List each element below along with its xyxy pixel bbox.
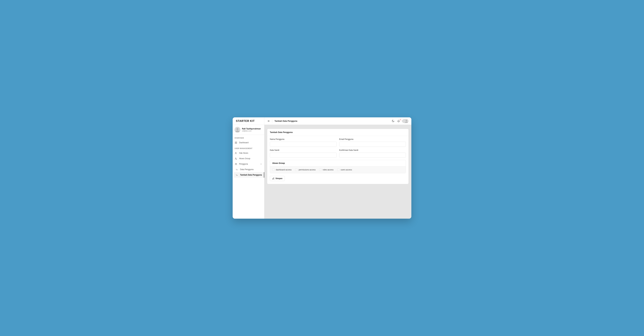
sidebar-item-label: Akses Group <box>239 157 250 160</box>
save-button-label: Simpan <box>276 177 282 179</box>
user-name: Rafi Taufiqurrahman <box>242 128 261 130</box>
pencil-plus-icon <box>272 177 274 179</box>
main-area: Tambah Data Pengguna 5 Tambah Data Pengg… <box>264 117 411 219</box>
form-card: Tambah Data Pengguna Nama Pengguna Email… <box>267 129 408 184</box>
svg-rect-3 <box>236 142 237 142</box>
svg-point-6 <box>235 152 236 153</box>
checkbox-dashboard-access[interactable]: dashboard-access <box>272 169 292 171</box>
checkbox-input[interactable] <box>272 169 274 171</box>
notifications-button[interactable]: 5 <box>397 120 400 123</box>
checkbox-label: permissions-access <box>299 169 316 171</box>
confirm-password-label: Konfirmasi Kata Sandi <box>339 149 406 151</box>
password-label: Kata Sandi <box>270 149 337 151</box>
svg-point-12 <box>406 120 407 121</box>
sidebar-item-data-pengguna[interactable]: Data Pengguna <box>234 167 264 172</box>
sidebar-item-label: Pengguna <box>239 163 248 165</box>
form-group-email: Email Pengguna <box>339 138 406 147</box>
sidebar-item-tambah-data-pengguna[interactable]: Tambah Data Pengguna <box>234 172 264 178</box>
arrow-sub-icon <box>236 174 238 176</box>
user-info: Rafi Taufiqurrahman raf@dev.com <box>242 128 261 132</box>
confirm-password-input[interactable] <box>339 153 406 158</box>
notification-badge: 5 <box>399 119 402 121</box>
menu-toggle-button[interactable] <box>267 120 270 122</box>
password-input[interactable] <box>270 153 337 158</box>
user-plus-icon <box>234 152 237 154</box>
topbar: Tambah Data Pengguna 5 <box>264 117 411 125</box>
checkbox-label: roles-access <box>323 169 334 171</box>
form-row: Kata Sandi Konfirmasi Kata Sandi <box>270 149 406 158</box>
form-row: Nama Pengguna Email Pengguna <box>270 138 406 147</box>
nav-section-user-mgmt: USER MANAGEMENT <box>233 145 264 150</box>
sidebar-item-akses-group[interactable]: Akses Group <box>233 156 264 161</box>
svg-point-7 <box>235 158 236 159</box>
svg-rect-4 <box>235 143 236 143</box>
form-group-confirm-password: Konfirmasi Kata Sandi <box>339 149 406 158</box>
svg-point-5 <box>236 143 237 143</box>
content: Tambah Data Pengguna Nama Pengguna Email… <box>264 125 411 188</box>
form-group-nama: Nama Pengguna <box>270 138 337 147</box>
user-group-icon <box>234 157 237 160</box>
svg-point-9 <box>235 163 236 164</box>
checkbox-users-access[interactable]: users-access <box>337 169 352 171</box>
user-avatar-button[interactable] <box>402 119 408 123</box>
app-window: STARTER KIT Rafi Taufiqurrahman raf@dev.… <box>233 117 411 219</box>
sidebar-item-dashboard[interactable]: Dashboard <box>233 140 264 145</box>
sidebar-user-block[interactable]: Rafi Taufiqurrahman raf@dev.com <box>233 125 264 135</box>
topbar-right: 5 <box>392 119 408 123</box>
sidebar-item-label: Dashboard <box>239 142 248 144</box>
sidebar-item-label: Hak Akses <box>239 152 248 154</box>
svg-point-10 <box>236 163 237 164</box>
nama-label: Nama Pengguna <box>270 138 337 140</box>
sidebar: STARTER KIT Rafi Taufiqurrahman raf@dev.… <box>233 117 264 219</box>
akses-group-title: Akses Group <box>270 160 406 167</box>
card-title: Tambah Data Pengguna <box>267 129 408 136</box>
email-input[interactable] <box>339 142 406 147</box>
arrow-sub-icon <box>236 168 238 171</box>
checkbox-permissions-access[interactable]: permissions-access <box>295 169 316 171</box>
users-icon <box>234 163 237 165</box>
sidebar-item-pengguna[interactable]: Pengguna <box>233 161 264 167</box>
sidebar-item-label: Tambah Data Pengguna <box>240 174 262 176</box>
nav-section-overview: OVERVIEW <box>233 135 264 140</box>
logo-text: STARTER KIT <box>236 120 255 123</box>
akses-group-body: dashboard-access permissions-access role… <box>270 167 406 173</box>
logo-area: STARTER KIT <box>233 117 264 125</box>
svg-point-1 <box>236 128 238 130</box>
checkbox-label: users-access <box>341 169 352 171</box>
page-title: Tambah Data Pengguna <box>274 120 297 122</box>
user-email: raf@dev.com <box>242 130 261 132</box>
checkbox-input[interactable] <box>319 169 321 171</box>
sidebar-item-hak-akses[interactable]: Hak Akses <box>233 150 264 156</box>
checkbox-roles-access[interactable]: roles-access <box>319 169 334 171</box>
svg-point-8 <box>236 159 237 159</box>
moon-icon <box>392 120 394 122</box>
card-body: Nama Pengguna Email Pengguna Kata Sandi <box>267 136 408 184</box>
theme-toggle-button[interactable] <box>392 120 394 123</box>
email-label: Email Pengguna <box>339 138 406 140</box>
svg-rect-2 <box>235 142 236 142</box>
avatar-icon <box>404 119 408 123</box>
save-button[interactable]: Simpan <box>270 176 285 181</box>
nav-submenu-pengguna: Data Pengguna Tambah Data Pengguna <box>233 167 264 178</box>
checkbox-label: dashboard-access <box>276 169 292 171</box>
divider <box>272 120 272 123</box>
sidebar-item-label: Data Pengguna <box>240 168 254 170</box>
form-group-password: Kata Sandi <box>270 149 337 158</box>
grid-icon <box>234 141 237 144</box>
nama-input[interactable] <box>270 142 337 147</box>
avatar-icon <box>234 127 240 133</box>
chevron-up-icon <box>260 163 262 165</box>
akses-group-panel: Akses Group dashboard-access permissions… <box>270 160 406 173</box>
checkbox-input[interactable] <box>295 169 297 171</box>
checkbox-input[interactable] <box>337 169 340 171</box>
